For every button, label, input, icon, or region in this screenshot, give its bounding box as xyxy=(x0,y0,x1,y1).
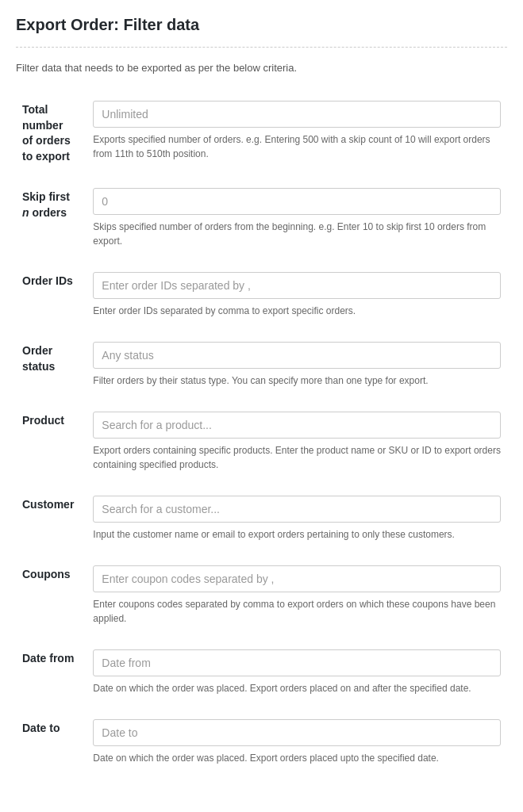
field-label-date-to: Date to xyxy=(22,722,60,734)
field-label-customer: Customer xyxy=(22,498,74,511)
page-title: Export Order: Filter data xyxy=(16,16,507,34)
form-row-date-to: Date toDate on which the order was place… xyxy=(16,711,507,781)
hint-order-status: Filter orders by their status type. You … xyxy=(93,373,501,388)
form-row-total-orders: Total number of orders to exportExports … xyxy=(16,93,507,180)
page-subtitle: Filter data that needs to be exported as… xyxy=(16,62,507,74)
field-label-coupons: Coupons xyxy=(22,568,71,580)
hint-total-orders: Exports specified number of orders. e.g.… xyxy=(93,132,501,161)
form-row-product: ProductExport orders containing specific… xyxy=(16,404,507,488)
input-total-orders[interactable] xyxy=(93,101,501,128)
input-skip-orders[interactable] xyxy=(93,188,501,215)
input-order-status[interactable] xyxy=(93,342,501,369)
form-row-skip-orders: Skip first n ordersSkips specified numbe… xyxy=(16,180,507,264)
hint-product: Export orders containing specific produc… xyxy=(93,443,501,472)
hint-date-to: Date on which the order was placed. Expo… xyxy=(93,751,501,765)
hint-order-ids: Enter order IDs separated by comma to ex… xyxy=(93,304,501,318)
form-row-date-from: Date fromDate on which the order was pla… xyxy=(16,642,507,711)
field-label-order-status: Order status xyxy=(22,344,55,373)
field-label-product: Product xyxy=(22,414,64,427)
input-product[interactable] xyxy=(93,412,501,439)
input-date-from[interactable] xyxy=(93,649,501,676)
hint-customer: Input the customer name or email to expo… xyxy=(93,527,501,542)
page-container: Export Order: Filter data Filter data th… xyxy=(0,0,523,812)
field-label-total-orders: Total number of orders to export xyxy=(22,103,71,163)
filter-form: Total number of orders to exportExports … xyxy=(16,93,507,781)
form-row-order-ids: Order IDsEnter order IDs separated by co… xyxy=(16,264,507,334)
form-row-customer: CustomerInput the customer name or email… xyxy=(16,488,507,557)
input-customer[interactable] xyxy=(93,496,501,523)
form-row-order-status: Order statusFilter orders by their statu… xyxy=(16,334,507,404)
form-row-coupons: CouponsEnter coupons codes separated by … xyxy=(16,557,507,642)
field-label-skip-orders: Skip first n orders xyxy=(22,190,70,219)
section-divider xyxy=(16,47,507,48)
input-order-ids[interactable] xyxy=(93,272,501,299)
hint-coupons: Enter coupons codes separated by comma t… xyxy=(93,597,501,626)
field-label-date-from: Date from xyxy=(22,652,74,665)
input-date-to[interactable] xyxy=(93,719,501,746)
hint-date-from: Date on which the order was placed. Expo… xyxy=(93,681,501,695)
hint-skip-orders: Skips specified number of orders from th… xyxy=(93,220,501,248)
field-label-order-ids: Order IDs xyxy=(22,274,73,287)
input-coupons[interactable] xyxy=(93,565,501,592)
